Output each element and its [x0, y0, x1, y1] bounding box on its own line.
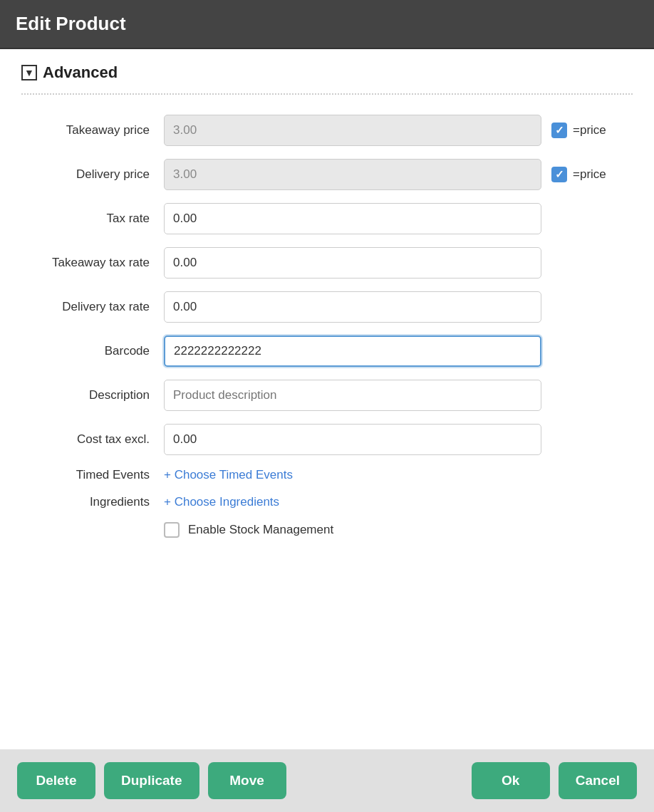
footer-right-buttons: Ok Cancel — [472, 762, 637, 799]
cost-tax-excl-input[interactable] — [164, 424, 541, 455]
ingredients-row: Ingredients + Choose Ingredients — [21, 495, 633, 509]
timed-events-row: Timed Events + Choose Timed Events — [21, 468, 633, 482]
stock-management-label: Enable Stock Management — [188, 523, 333, 537]
description-label: Description — [21, 388, 164, 402]
takeaway-price-checkbox-group: =price — [551, 123, 606, 138]
barcode-row: Barcode — [21, 335, 633, 367]
advanced-label: Advanced — [43, 63, 118, 82]
delivery-tax-rate-label: Delivery tax rate — [21, 300, 164, 314]
stock-management-row: Enable Stock Management — [21, 522, 633, 538]
description-row: Description — [21, 380, 633, 411]
delivery-price-label: Delivery price — [21, 167, 164, 182]
barcode-label: Barcode — [21, 344, 164, 358]
dialog-footer: Delete Duplicate Move Ok Cancel — [0, 749, 654, 812]
dialog-header: Edit Product — [0, 0, 654, 49]
delivery-tax-rate-input[interactable] — [164, 291, 541, 323]
delivery-price-checkbox-group: =price — [551, 167, 606, 182]
delete-button[interactable]: Delete — [17, 762, 95, 799]
takeaway-price-checkbox[interactable] — [551, 123, 567, 138]
delivery-price-checkbox[interactable] — [551, 167, 567, 182]
takeaway-price-label: Takeaway price — [21, 123, 164, 137]
takeaway-tax-rate-input[interactable] — [164, 247, 541, 279]
edit-product-dialog: Edit Product ▼ Advanced Takeaway price =… — [0, 0, 654, 812]
ok-button[interactable]: Ok — [472, 762, 550, 799]
timed-events-label: Timed Events — [21, 468, 164, 482]
duplicate-button[interactable]: Duplicate — [104, 762, 199, 799]
delivery-price-input[interactable] — [164, 159, 541, 190]
delivery-price-row: Delivery price =price — [21, 159, 633, 190]
description-input[interactable] — [164, 380, 541, 411]
choose-ingredients-link[interactable]: + Choose Ingredients — [164, 495, 279, 509]
delivery-tax-rate-row: Delivery tax rate — [21, 291, 633, 323]
tax-rate-label: Tax rate — [21, 212, 164, 226]
advanced-section-header[interactable]: ▼ Advanced — [21, 63, 633, 82]
barcode-input[interactable] — [164, 335, 541, 367]
tax-rate-row: Tax rate — [21, 203, 633, 234]
move-button[interactable]: Move — [208, 762, 286, 799]
advanced-toggle-icon[interactable]: ▼ — [21, 65, 37, 80]
stock-management-checkbox[interactable] — [164, 522, 180, 538]
delivery-price-checkbox-label: =price — [573, 167, 606, 182]
cost-tax-excl-row: Cost tax excl. — [21, 424, 633, 455]
cost-tax-excl-label: Cost tax excl. — [21, 432, 164, 447]
cancel-button[interactable]: Cancel — [559, 762, 637, 799]
tax-rate-input[interactable] — [164, 203, 541, 234]
takeaway-price-checkbox-label: =price — [573, 123, 606, 137]
takeaway-tax-rate-label: Takeaway tax rate — [21, 256, 164, 270]
footer-left-buttons: Delete Duplicate Move — [17, 762, 286, 799]
takeaway-price-input[interactable] — [164, 115, 541, 146]
ingredients-label: Ingredients — [21, 495, 164, 509]
choose-timed-events-link[interactable]: + Choose Timed Events — [164, 468, 293, 482]
dialog-title: Edit Product — [16, 13, 126, 34]
section-divider — [21, 93, 633, 95]
takeaway-tax-rate-row: Takeaway tax rate — [21, 247, 633, 279]
dialog-body: ▼ Advanced Takeaway price =price Deliver… — [0, 49, 654, 749]
takeaway-price-row: Takeaway price =price — [21, 115, 633, 146]
